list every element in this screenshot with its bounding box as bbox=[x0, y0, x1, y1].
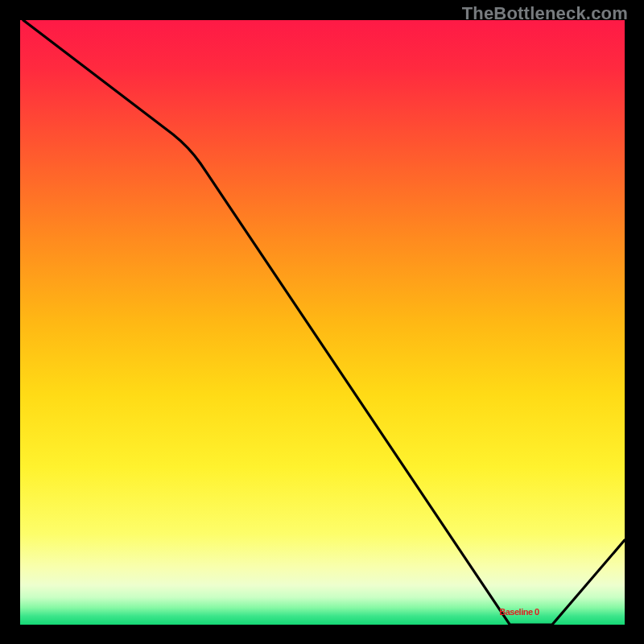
baseline-annotation: Baseline 0 bbox=[499, 607, 539, 617]
plot-svg bbox=[20, 20, 625, 625]
chart-frame: Baseline 0 TheBottleneck.com bbox=[0, 0, 644, 644]
gradient-background bbox=[20, 20, 625, 625]
plot-area: Baseline 0 bbox=[20, 20, 625, 625]
watermark-text: TheBottleneck.com bbox=[462, 3, 628, 24]
